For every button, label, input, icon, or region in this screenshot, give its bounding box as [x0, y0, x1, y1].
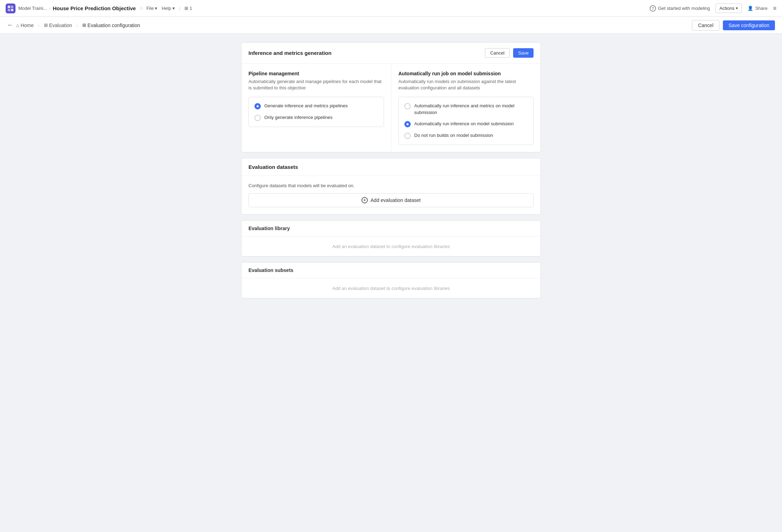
svg-rect-1 — [11, 6, 13, 8]
topbar-right: ? Get started with modeling Actions ▾ 👤 … — [650, 4, 776, 13]
pipeline-option-0[interactable]: Generate inference and metrics pipelines — [254, 103, 378, 109]
pipeline-radio-1[interactable] — [254, 115, 261, 121]
config-icon: ⊞ — [82, 23, 86, 28]
question-icon: ? — [650, 5, 656, 12]
auto-run-option-2[interactable]: Do not run builds on model submission — [404, 132, 528, 139]
home-icon: ⌂ — [16, 23, 19, 28]
pipeline-option-1[interactable]: Only generate inference pipelines — [254, 114, 378, 121]
eval-library-title: Evaluation library — [248, 226, 290, 231]
user-icon: 👤 — [748, 6, 753, 11]
nav-current: ⊞ Evaluation configuration — [82, 23, 140, 28]
topbar-title: House Price Prediction Objective — [53, 5, 136, 11]
pipeline-label-0: Generate inference and metrics pipelines — [264, 103, 348, 109]
nav-eval-label: Evaluation — [49, 23, 72, 28]
eval-datasets-title: Evaluation datasets — [248, 164, 298, 170]
navbar: ← ⌂ Home › ⊞ Evaluation › ⊞ Evaluation c… — [0, 17, 782, 34]
auto-run-radio-1[interactable] — [404, 121, 411, 127]
breadcrumb: Model Traini... › House Price Prediction… — [18, 5, 144, 11]
add-evaluation-dataset-button[interactable]: + Add evaluation dataset — [248, 193, 534, 207]
topbar: Model Traini... › House Price Prediction… — [0, 0, 782, 17]
eval-datasets-body: Configure datasets that models will be e… — [241, 176, 541, 214]
star-icon[interactable]: ☆ — [139, 6, 144, 11]
eval-datasets-card: Evaluation datasets Configure datasets t… — [241, 158, 541, 215]
inference-save-button[interactable]: Save — [513, 48, 534, 58]
eval-icon: ⊞ — [44, 23, 48, 28]
eval-library-placeholder: Add an evaluation dataset to configure e… — [332, 244, 450, 249]
auto-run-radio-0[interactable] — [404, 103, 411, 109]
grid-count[interactable]: ⊞ 1 — [184, 6, 192, 11]
eval-subsets-placeholder: Add an evaluation dataset to configure e… — [332, 286, 450, 291]
topbar-left: Model Traini... › House Price Prediction… — [6, 4, 192, 13]
eval-library-card: Evaluation library Add an evaluation dat… — [241, 220, 541, 256]
help-menu[interactable]: Help ▾ — [162, 6, 175, 11]
auto-run-label-0: Automatically run inference and metrics … — [414, 103, 528, 115]
navbar-right: Cancel Save configuration — [692, 20, 775, 31]
nav-sep-2: › — [76, 23, 78, 28]
eval-datasets-header: Evaluation datasets — [241, 158, 541, 176]
inference-cancel-button[interactable]: Cancel — [485, 48, 510, 58]
eval-library-body: Add an evaluation dataset to configure e… — [241, 236, 541, 256]
menu-lines-button[interactable]: ≡ — [773, 5, 776, 12]
actions-label: Actions — [719, 6, 734, 11]
main-content: Inference and metrics generation Cancel … — [233, 34, 549, 307]
auto-run-label-1: Automatically run inference on model sub… — [414, 121, 514, 127]
pipeline-col-desc: Automatically generate and manage pipeli… — [248, 78, 384, 91]
chevron-down-icon: ▾ — [736, 6, 738, 11]
breadcrumb-sep: › — [49, 6, 51, 11]
auto-run-option-1[interactable]: Automatically run inference on model sub… — [404, 121, 528, 127]
back-button[interactable]: ← — [7, 21, 13, 29]
nav-current-label: Evaluation configuration — [88, 23, 140, 28]
nav-eval-link[interactable]: ⊞ Evaluation — [44, 23, 72, 28]
auto-run-radio-group: Automatically run inference and metrics … — [398, 97, 534, 145]
eval-subsets-card: Evaluation subsets Add an evaluation dat… — [241, 262, 541, 298]
back-icon: ← — [7, 21, 13, 28]
topbar-menus: File ▾ Help ▾ | ⊞ 1 — [146, 6, 192, 11]
eval-subsets-body: Add an evaluation dataset to configure e… — [241, 278, 541, 298]
auto-run-col-desc: Automatically run models on submission a… — [398, 78, 534, 91]
pipeline-radio-0[interactable] — [254, 103, 261, 109]
lines-icon: ≡ — [773, 5, 776, 11]
plus-circle-icon: + — [361, 197, 368, 203]
pipeline-label-1: Only generate inference pipelines — [264, 114, 333, 121]
svg-rect-3 — [11, 9, 13, 11]
pipeline-col-title: Pipeline management — [248, 71, 384, 76]
pipeline-radio-group: Generate inference and metrics pipelines… — [248, 97, 384, 127]
inference-card-actions: Cancel Save — [485, 48, 534, 58]
eval-subsets-title: Evaluation subsets — [248, 267, 294, 273]
get-started-label: Get started with modeling — [658, 6, 710, 11]
svg-rect-2 — [8, 9, 10, 11]
pipeline-grid: Pipeline management Automatically genera… — [241, 64, 541, 152]
auto-run-radio-2[interactable] — [404, 133, 411, 139]
pipeline-management-col: Pipeline management Automatically genera… — [241, 64, 391, 152]
share-label: Share — [755, 6, 768, 11]
save-config-button[interactable]: Save configuration — [723, 20, 775, 30]
get-started-button[interactable]: ? Get started with modeling — [650, 5, 710, 12]
eval-subsets-header: Evaluation subsets — [241, 262, 541, 278]
svg-rect-0 — [8, 6, 10, 8]
eval-datasets-desc: Configure datasets that models will be e… — [248, 183, 534, 188]
breadcrumb-parent[interactable]: Model Traini... — [18, 6, 47, 11]
inference-card: Inference and metrics generation Cancel … — [241, 42, 541, 152]
eval-library-header: Evaluation library — [241, 221, 541, 236]
nav-home-label: Home — [20, 23, 33, 28]
navbar-left: ← ⌂ Home › ⊞ Evaluation › ⊞ Evaluation c… — [7, 21, 140, 29]
auto-run-option-0[interactable]: Automatically run inference and metrics … — [404, 103, 528, 115]
nav-sep-1: › — [38, 23, 40, 28]
add-dataset-label: Add evaluation dataset — [371, 197, 421, 203]
app-icon — [6, 4, 15, 13]
auto-run-col: Automatically run job on model submissio… — [391, 64, 541, 152]
actions-button[interactable]: Actions ▾ — [715, 4, 742, 13]
nav-home-link[interactable]: ⌂ Home — [16, 23, 34, 28]
inference-card-title: Inference and metrics generation — [248, 50, 332, 56]
file-menu[interactable]: File ▾ — [146, 6, 158, 11]
share-button[interactable]: 👤 Share — [748, 6, 768, 11]
cancel-nav-button[interactable]: Cancel — [692, 20, 719, 31]
inference-card-header: Inference and metrics generation Cancel … — [241, 43, 541, 64]
auto-run-col-title: Automatically run job on model submissio… — [398, 71, 534, 76]
auto-run-label-2: Do not run builds on model submission — [414, 132, 493, 139]
menu-sep: | — [179, 6, 180, 11]
